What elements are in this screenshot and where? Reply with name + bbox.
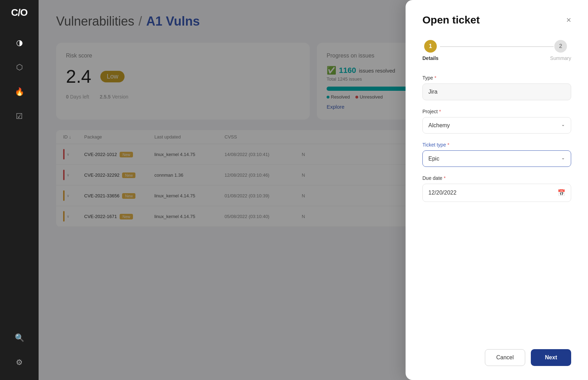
step-circle-2: 2 bbox=[554, 40, 567, 53]
sidebar-item-settings[interactable]: ⚙ bbox=[9, 352, 30, 373]
project-label: Project * bbox=[422, 109, 571, 114]
dashboard-icon: ◑ bbox=[16, 38, 23, 47]
sidebar-item-compliance[interactable]: ☑ bbox=[9, 106, 30, 127]
next-button[interactable]: Next bbox=[531, 349, 571, 366]
sidebar-item-search[interactable]: 🔍 bbox=[9, 327, 30, 348]
sidebar-item-inventory[interactable]: ⬡ bbox=[9, 57, 30, 78]
modal-header: Open ticket × bbox=[422, 14, 571, 26]
ticket-type-select[interactable]: Epic Story Bug Task bbox=[422, 150, 571, 167]
modal-title: Open ticket bbox=[422, 14, 480, 26]
sidebar: C/O ◑ ⬡ 🔥 ☑ 🔍 ⚙ bbox=[0, 0, 39, 380]
due-date-field-group: Due date * 12/20/2022 📅 bbox=[422, 175, 571, 202]
app-logo: C/O bbox=[11, 7, 28, 18]
step-label-summary: Summary bbox=[550, 55, 571, 61]
required-indicator: * bbox=[434, 75, 436, 81]
step-details[interactable]: 1 Details bbox=[422, 40, 439, 61]
steps-row: 1 Details 2 Summary bbox=[422, 40, 571, 61]
ticket-type-label: Ticket type * bbox=[422, 142, 571, 148]
box-icon: ⬡ bbox=[16, 63, 23, 72]
type-label: Type * bbox=[422, 75, 571, 81]
project-select[interactable]: Alchemy Phoenix Atlas Nexus bbox=[422, 117, 571, 134]
close-button[interactable]: × bbox=[566, 16, 571, 24]
step-summary[interactable]: 2 Summary bbox=[550, 40, 571, 61]
calendar-icon: 📅 bbox=[557, 189, 565, 197]
required-indicator: * bbox=[447, 142, 449, 148]
sidebar-item-vulnerabilities[interactable]: 🔥 bbox=[9, 81, 30, 102]
required-indicator: * bbox=[444, 175, 446, 181]
modal-panel: Open ticket × 1 Details 2 Summary Type * bbox=[406, 0, 588, 380]
cancel-button[interactable]: Cancel bbox=[485, 349, 526, 366]
ticket-type-field-group: Ticket type * Epic Story Bug Task bbox=[422, 142, 571, 167]
required-indicator: * bbox=[439, 109, 441, 114]
step-label-details: Details bbox=[422, 55, 439, 61]
sidebar-item-dashboard[interactable]: ◑ bbox=[9, 32, 30, 53]
due-date-label: Due date * bbox=[422, 175, 571, 181]
main-content: Vulnerabilities / A1 Vulns Risk score 2.… bbox=[39, 0, 588, 380]
type-field-group: Type * bbox=[422, 75, 571, 100]
step-circle-1: 1 bbox=[424, 40, 437, 53]
due-date-input[interactable]: 12/20/2022 📅 bbox=[422, 184, 571, 202]
type-input[interactable] bbox=[422, 83, 571, 100]
search-icon: 🔍 bbox=[15, 333, 24, 342]
due-date-value: 12/20/2022 bbox=[428, 190, 456, 196]
project-field-group: Project * Alchemy Phoenix Atlas Nexus bbox=[422, 109, 571, 134]
modal-overlay: Open ticket × 1 Details 2 Summary Type * bbox=[39, 0, 588, 380]
checklist-icon: ☑ bbox=[16, 112, 23, 121]
fire-icon: 🔥 bbox=[15, 87, 24, 96]
gear-icon: ⚙ bbox=[16, 358, 23, 367]
modal-footer: Cancel Next bbox=[422, 349, 571, 366]
